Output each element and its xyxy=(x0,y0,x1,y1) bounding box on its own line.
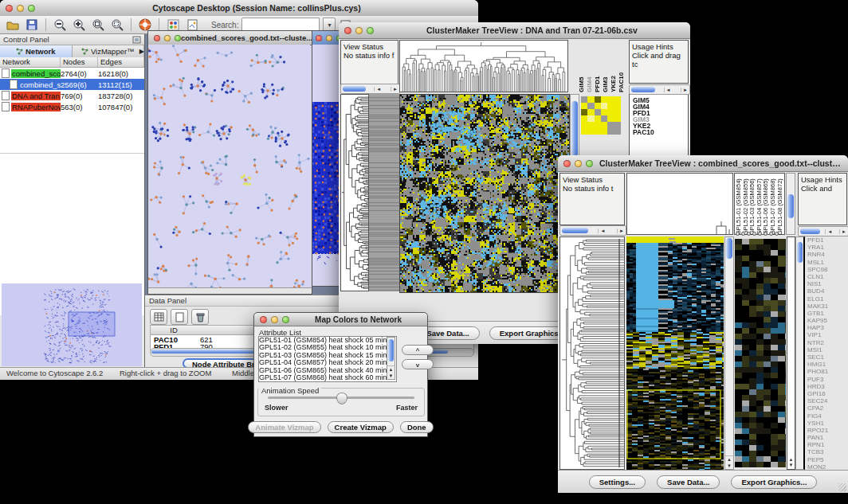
gene-label[interactable]: RNR4 xyxy=(807,251,847,258)
gene-label[interactable]: SPC98 xyxy=(807,266,847,273)
tv2-heatmap[interactable] xyxy=(626,236,724,470)
zoom-selected-button[interactable] xyxy=(90,18,106,32)
network1-hscrollbar[interactable] xyxy=(148,287,312,294)
float-panel-icon[interactable] xyxy=(132,36,141,44)
gene-label[interactable]: KAP95 xyxy=(807,317,847,324)
network-row[interactable]: RNAPuberNov2+... 563(0)107847(0) xyxy=(0,101,144,112)
gene-label[interactable]: PAN1 xyxy=(807,434,847,441)
tv2-collabel-scrollbar[interactable] xyxy=(786,173,795,235)
gene-label[interactable]: PUF3 xyxy=(807,376,847,383)
tv1-column-dendrogram[interactable] xyxy=(400,41,567,92)
attribute-list-scrollbar[interactable]: ▲▼ xyxy=(387,337,395,380)
network-row[interactable]: DNA and Tran 07... 769(0)183728(0) xyxy=(0,90,144,101)
gene-label[interactable]: PHO81 xyxy=(807,368,847,375)
close-button[interactable] xyxy=(6,5,13,12)
tv2-column-buttons[interactable] xyxy=(736,232,779,236)
gene-label[interactable]: CPA2 xyxy=(807,404,847,412)
new-attribute-icon[interactable] xyxy=(171,309,188,325)
zoom-button[interactable] xyxy=(586,160,593,167)
dialog-button[interactable]: Create Vizmap xyxy=(328,421,394,433)
gene-label[interactable]: MON2 xyxy=(807,463,847,470)
network1-title-bar[interactable]: combined_scores_good.txt--cluste... xyxy=(148,31,312,45)
treeview-button[interactable]: Export Graphics... xyxy=(731,475,817,489)
main-title-bar[interactable]: Cytoscape Desktop (Session Name: collins… xyxy=(0,0,478,17)
gene-label[interactable]: BUD4 xyxy=(807,287,847,295)
gene-label[interactable]: CLN1 xyxy=(807,273,847,280)
close-button[interactable] xyxy=(154,35,160,41)
zoom-button[interactable] xyxy=(175,35,181,41)
slider-thumb[interactable] xyxy=(336,393,347,404)
gene-label[interactable]: HRD3 xyxy=(807,383,847,390)
gene-label[interactable]: SEC1 xyxy=(807,354,847,361)
gene-label[interactable]: VIP1 xyxy=(807,331,847,338)
column-label[interactable]: PFD1 xyxy=(594,40,601,92)
attribute-list-item[interactable]: GPL51-07 (GSM868) heat shock 60 min xyxy=(259,374,396,381)
tv1-heatmap[interactable] xyxy=(399,94,570,293)
gene-label[interactable]: NIS1 xyxy=(807,280,847,287)
window-controls[interactable] xyxy=(6,5,35,12)
control-panel-tab[interactable]: Network xyxy=(0,45,73,57)
gene-label[interactable]: RPO21 xyxy=(807,427,847,434)
zoom-button[interactable] xyxy=(28,5,35,12)
network-list-header[interactable]: Network Nodes Edges xyxy=(0,57,144,68)
delete-attribute-icon[interactable] xyxy=(191,309,209,325)
minimize-button[interactable] xyxy=(17,5,24,12)
resize-grip[interactable] xyxy=(838,483,846,491)
speed-slider[interactable] xyxy=(268,397,414,399)
network-row[interactable]: combined_scores 2764(0)16218(0) xyxy=(0,68,144,79)
move-down-button[interactable]: v xyxy=(402,359,434,369)
close-button[interactable] xyxy=(563,160,571,167)
minimize-button[interactable] xyxy=(326,35,332,41)
tv2-row-dendrogram[interactable] xyxy=(560,237,624,469)
gene-label[interactable]: ELG1 xyxy=(807,295,847,303)
gene-label[interactable]: RPN1 xyxy=(807,441,847,448)
gene-label[interactable]: TCB3 xyxy=(807,448,847,455)
close-button[interactable] xyxy=(344,27,351,34)
tv2-column-dendrogram[interactable] xyxy=(627,174,732,234)
column-label[interactable]: GIM3 xyxy=(602,40,609,92)
tv2-zoomed-heatmap[interactable] xyxy=(735,239,786,467)
gene-label[interactable]: MSL1 xyxy=(807,259,847,266)
gene-label[interactable]: FIG4 xyxy=(807,412,847,420)
zoom-fit-button[interactable] xyxy=(109,18,125,32)
move-up-button[interactable]: ^ xyxy=(402,345,434,355)
zoom-button[interactable] xyxy=(367,27,374,34)
minimize-button[interactable] xyxy=(164,35,171,41)
dialog-button[interactable]: Animate Vizmap xyxy=(248,421,320,433)
gene-label[interactable]: GPI16 xyxy=(807,390,847,397)
gene-label[interactable]: YRA1 xyxy=(807,244,847,251)
dialog-title-bar[interactable]: Map Colors to Network xyxy=(254,313,427,326)
zoom-button[interactable] xyxy=(282,316,289,323)
gene-label[interactable]: MSI1 xyxy=(807,346,847,354)
network-row[interactable]: combined_sco... 2569(6)13112(15) xyxy=(0,79,144,90)
attribute-table-icon[interactable] xyxy=(150,309,167,325)
treeview-button[interactable]: Settings... xyxy=(589,475,646,489)
save-button[interactable] xyxy=(24,18,40,32)
column-label[interactable]: YKE2 xyxy=(610,40,617,92)
gene-label[interactable]: YSH1 xyxy=(807,420,847,427)
control-panel-tab[interactable]: VizMapper™ xyxy=(73,45,145,57)
zoom-out-button[interactable] xyxy=(52,18,68,32)
gene-label[interactable]: NTR2 xyxy=(807,339,847,346)
tv1-row-dendrogram[interactable] xyxy=(341,95,368,291)
open-file-button[interactable] xyxy=(5,18,21,32)
column-label[interactable]: GIM5 xyxy=(578,40,585,92)
tv1-status-scrollbar[interactable]: ◄► xyxy=(340,84,400,94)
tv2-zoom-scroll-track[interactable]: ▲▼ xyxy=(787,236,795,470)
tab-overflow-arrow[interactable]: ▶ xyxy=(139,45,144,57)
row-label[interactable]: PAC10 xyxy=(633,129,668,135)
tv1-mini-matrix[interactable] xyxy=(581,96,621,135)
gene-label[interactable]: SEC24 xyxy=(807,397,847,404)
tv2-hints-scrollbar[interactable]: ◄► xyxy=(798,226,848,236)
zoom-in-button[interactable] xyxy=(71,18,87,32)
gene-label[interactable]: HMG1 xyxy=(807,361,847,368)
column-label[interactable]: PAC10 xyxy=(618,40,625,92)
column-label[interactable]: GPL51-08 (GSM872) xyxy=(777,174,784,235)
minimize-button[interactable] xyxy=(355,27,363,34)
gene-label[interactable]: PEP5 xyxy=(807,456,847,463)
network-overview-thumbnail[interactable] xyxy=(2,283,142,366)
gene-label[interactable]: HAP3 xyxy=(807,324,847,331)
treeview-button[interactable]: Save Data... xyxy=(657,475,720,489)
treeview1-title-bar[interactable]: ClusterMaker TreeView : DNA and Tran 07-… xyxy=(339,22,690,39)
gene-label[interactable]: GTB1 xyxy=(807,310,847,317)
